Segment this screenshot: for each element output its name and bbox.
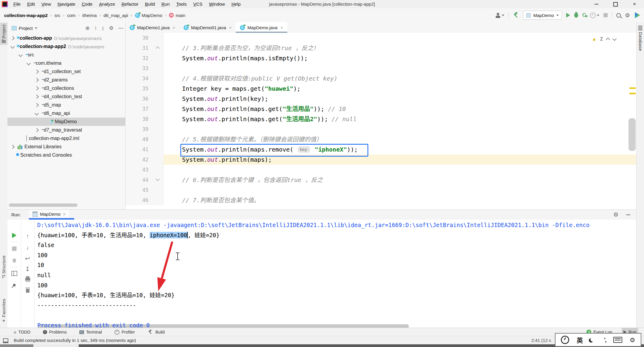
gutter[interactable]: 31 [125,43,164,53]
tree-expand-icon[interactable] [10,36,15,40]
line-number[interactable]: 38 [142,114,148,124]
stop-process-button[interactable] [12,246,16,251]
gutter[interactable]: 30 [125,33,164,43]
settings-button[interactable]: ⚙ [625,13,630,18]
run-with-coverage-button[interactable]: C [582,13,586,18]
tree-expand-icon[interactable] [10,145,15,149]
caret-position[interactable]: 2:41 (12 c [531,336,551,345]
code-line-38[interactable]: 38System.out.println(maps.get("生活用品2"));… [125,114,636,124]
tool-strip-database-button[interactable]: Database [637,24,644,53]
debug-button[interactable] [574,13,578,18]
line-number[interactable]: 35 [142,84,148,94]
gutter[interactable]: 34 [125,73,164,84]
tree-item-collection-map-app2[interactable]: collection-map-app2D:\code\javasepro [7,42,125,51]
code-line-37[interactable]: 37System.out.println(maps.get("生活用品")); … [125,104,636,114]
menu-item-help[interactable]: Help [228,0,244,8]
menu-item-refactor[interactable]: Refactor [118,0,142,8]
breadcrumb-item-main[interactable]: mmain [169,13,185,18]
gutter[interactable]: 40 [125,134,164,144]
project-view-select[interactable]: Project [12,26,37,31]
menu-item-code[interactable]: Code [79,0,96,8]
editor-tab-MapDemo1.java[interactable]: CMapDemo1.java× [125,22,179,33]
next-warning-button[interactable] [612,37,617,41]
breadcrumb-item-itheima[interactable]: itheima [82,13,97,18]
code-line-39[interactable]: 39 [125,124,636,134]
tree-item-MapDemo[interactable]: CMapDemo [7,118,125,126]
tree-collapse-icon[interactable] [18,53,23,57]
gutter[interactable]: 44 [125,175,164,185]
breadcrumb-item-MapDemo[interactable]: CMapDemo [135,13,162,18]
tree-item-com.itheima[interactable]: com.itheima [7,59,125,67]
hide-panel-button[interactable]: — [118,25,123,31]
gutter[interactable]: 41 [125,144,164,155]
gutter[interactable]: 37 [125,104,164,114]
line-number[interactable]: 39 [142,124,148,134]
down-stack-trace-button[interactable]: ↓ [26,244,29,250]
gutter[interactable]: 36 [125,94,164,104]
gutter[interactable]: 43 [125,165,164,175]
tree-item-d4_collection_test[interactable]: d4_collection_test [7,92,125,101]
breadcrumb-item-d6_map_api[interactable]: d6_map_api [103,13,128,18]
gutter[interactable]: 42 [125,155,164,165]
line-number[interactable]: 44 [142,175,148,185]
menu-item-tools[interactable]: Tools [173,0,190,8]
punctuation-icon[interactable]: ’, [604,337,606,343]
tree-item-d3_collections[interactable]: d3_collections [7,84,125,92]
tree-item-External Libraries[interactable]: External Libraries [7,143,125,151]
build-project-button[interactable] [513,12,519,18]
code-line-33[interactable]: 33 [125,63,636,73]
menu-item-run[interactable]: Run [158,0,173,8]
line-number[interactable]: 43 [142,165,148,175]
tree-item-d6_map_api[interactable]: d6_map_api [7,109,125,118]
breadcrumb-item-collection-map-app2[interactable]: collection-map-app2 [4,13,48,18]
ime-logo-icon[interactable] [561,336,569,344]
code-line-32[interactable]: 32System.out.println(maps.isEmpty()); [125,53,636,63]
line-number[interactable]: 37 [142,104,148,114]
tree-collapse-icon[interactable] [10,44,15,49]
line-number[interactable]: 45 [142,185,148,195]
fold-marker-icon[interactable] [156,46,160,50]
plugin-colorful-icon[interactable] [634,12,640,18]
tree-item-collection-map-app2.iml[interactable]: collection-map-app2.iml [7,134,125,143]
tree-item-d5_map[interactable]: d5_map [7,101,125,109]
warning-stripe-mark[interactable] [629,93,636,94]
menu-item-analyze[interactable]: Analyze [96,0,118,8]
previous-warning-button[interactable] [606,38,610,42]
tree-expand-icon[interactable] [35,70,39,74]
console-output[interactable]: D:\soft\Java\jdk-16.0.1\bin\java.exe -ja… [37,220,635,328]
tree-expand-icon[interactable] [35,78,39,82]
toolwindow-button-todo[interactable]: ≡TODO [12,328,32,336]
code-editor[interactable]: 3031// 3.判断集合是否为空，为空返回true ，反之!32System.… [125,33,636,209]
tab-close-icon[interactable]: × [229,25,232,30]
menu-item-file[interactable]: File [10,0,24,8]
horizontal-scrollbar[interactable] [9,203,77,207]
line-number[interactable]: 32 [142,53,148,63]
line-number[interactable]: 31 [142,43,148,53]
code-line-34[interactable]: 34// 4.根据键获取对应值:public V get(Object key) [125,73,636,84]
vertical-scrollbar[interactable] [629,118,636,151]
line-number[interactable]: 41 [142,144,148,155]
line-number[interactable]: 46 [142,195,148,205]
code-line-43[interactable]: 43 [125,165,636,175]
editor-tab-MapDemo01.java[interactable]: CMapDemo01.java× [179,22,236,33]
maximize-button[interactable] [606,0,625,8]
search-everywhere-button[interactable] [616,13,621,18]
code-line-31[interactable]: 31// 3.判断集合是否为空，为空返回true ，反之! [125,43,636,53]
close-icon[interactable]: × [63,212,66,217]
toolwindow-button-terminal[interactable]: >_Terminal [77,328,104,336]
menu-item-build[interactable]: Build [142,0,158,8]
line-number[interactable]: 42 [142,155,148,165]
toolwindow-button-profiler[interactable]: Profiler [113,328,136,336]
menu-item-navigate[interactable]: Navigate [54,0,78,8]
profiler-button[interactable] [590,13,599,18]
tree-expand-icon[interactable] [35,103,39,107]
editor-tab-MapDemo.java[interactable]: CMapDemo.java× [236,22,287,33]
tool-strip-structure-button[interactable]: Structure [0,254,7,280]
tab-close-icon[interactable]: × [173,25,175,30]
tree-expand-icon[interactable] [35,128,39,132]
code-line-30[interactable]: 30 [125,33,636,43]
toolwindow-button-problems[interactable]: !Problems [41,328,69,336]
fold-marker-icon[interactable] [156,177,160,181]
warning-stripe-mark[interactable] [629,87,636,89]
tree-collapse-icon[interactable] [27,61,31,65]
